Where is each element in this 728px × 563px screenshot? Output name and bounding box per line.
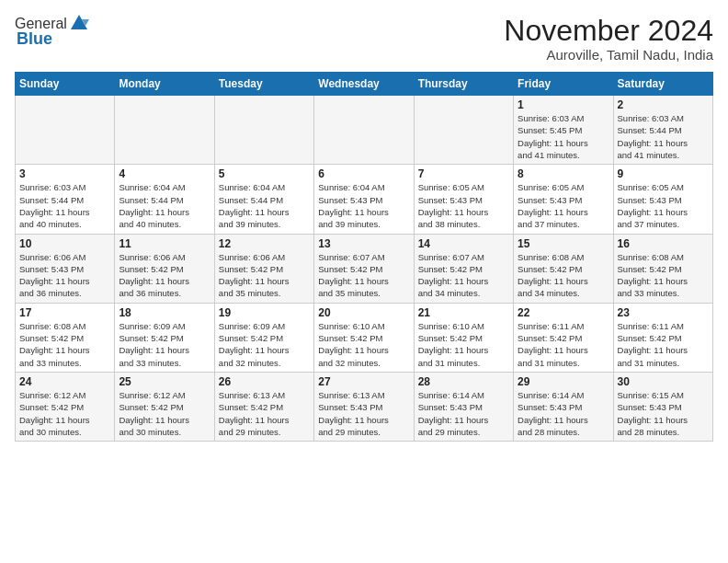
day-number: 1 [518, 98, 609, 111]
day-info: Sunrise: 6:08 AM Sunset: 5:42 PM Dayligh… [518, 251, 609, 300]
day-info: Sunrise: 6:14 AM Sunset: 5:43 PM Dayligh… [518, 389, 609, 438]
calendar-cell-w3-d2: 19Sunrise: 6:09 AM Sunset: 5:42 PM Dayli… [214, 303, 313, 372]
calendar-cell-w2-d2: 12Sunrise: 6:06 AM Sunset: 5:42 PM Dayli… [214, 234, 313, 303]
calendar-cell-w1-d5: 8Sunrise: 6:05 AM Sunset: 5:43 PM Daylig… [514, 165, 613, 234]
day-info: Sunrise: 6:06 AM Sunset: 5:42 PM Dayligh… [119, 251, 210, 300]
calendar-cell-w1-d2: 5Sunrise: 6:04 AM Sunset: 5:44 PM Daylig… [214, 165, 313, 234]
day-info: Sunrise: 6:09 AM Sunset: 5:42 PM Dayligh… [219, 320, 310, 369]
calendar-cell-w1-d0: 3Sunrise: 6:03 AM Sunset: 5:44 PM Daylig… [16, 165, 115, 234]
location-title: Auroville, Tamil Nadu, India [504, 47, 713, 63]
day-number: 12 [219, 237, 310, 250]
day-info: Sunrise: 6:04 AM Sunset: 5:44 PM Dayligh… [119, 181, 210, 230]
day-info: Sunrise: 6:08 AM Sunset: 5:42 PM Dayligh… [618, 251, 709, 300]
day-info: Sunrise: 6:11 AM Sunset: 5:42 PM Dayligh… [518, 320, 609, 369]
calendar-cell-w3-d3: 20Sunrise: 6:10 AM Sunset: 5:42 PM Dayli… [314, 303, 414, 372]
month-title: November 2024 [504, 15, 713, 47]
header-thursday: Thursday [414, 73, 513, 96]
calendar-cell-w1-d4: 7Sunrise: 6:05 AM Sunset: 5:43 PM Daylig… [414, 165, 513, 234]
calendar-cell-w4-d5: 29Sunrise: 6:14 AM Sunset: 5:43 PM Dayli… [514, 372, 613, 441]
day-number: 9 [618, 167, 709, 180]
day-number: 19 [219, 306, 310, 319]
day-info: Sunrise: 6:08 AM Sunset: 5:42 PM Dayligh… [19, 320, 110, 369]
day-number: 26 [219, 375, 310, 388]
calendar-cell-w3-d4: 21Sunrise: 6:10 AM Sunset: 5:42 PM Dayli… [414, 303, 513, 372]
header: General Blue November 2024 Auroville, Ta… [15, 15, 713, 63]
day-info: Sunrise: 6:12 AM Sunset: 5:42 PM Dayligh… [119, 389, 210, 438]
logo: General Blue [15, 15, 89, 49]
calendar-cell-w3-d0: 17Sunrise: 6:08 AM Sunset: 5:42 PM Dayli… [16, 303, 115, 372]
day-info: Sunrise: 6:03 AM Sunset: 5:44 PM Dayligh… [19, 181, 110, 230]
day-number: 13 [318, 237, 409, 250]
page: General Blue November 2024 Auroville, Ta… [0, 0, 728, 563]
calendar-cell-w3-d1: 18Sunrise: 6:09 AM Sunset: 5:42 PM Dayli… [115, 303, 214, 372]
day-info: Sunrise: 6:03 AM Sunset: 5:44 PM Dayligh… [618, 112, 709, 161]
day-number: 27 [318, 375, 409, 388]
calendar-cell-w0-d0 [16, 96, 115, 165]
day-number: 30 [618, 375, 709, 388]
day-info: Sunrise: 6:03 AM Sunset: 5:45 PM Dayligh… [518, 112, 609, 161]
day-info: Sunrise: 6:13 AM Sunset: 5:43 PM Dayligh… [318, 389, 409, 438]
day-info: Sunrise: 6:04 AM Sunset: 5:44 PM Dayligh… [219, 181, 310, 230]
day-info: Sunrise: 6:07 AM Sunset: 5:42 PM Dayligh… [418, 251, 509, 300]
header-saturday: Saturday [613, 73, 712, 96]
week-row-0: 1Sunrise: 6:03 AM Sunset: 5:45 PM Daylig… [16, 96, 713, 165]
calendar-cell-w2-d3: 13Sunrise: 6:07 AM Sunset: 5:42 PM Dayli… [314, 234, 414, 303]
day-info: Sunrise: 6:09 AM Sunset: 5:42 PM Dayligh… [119, 320, 210, 369]
calendar-cell-w4-d1: 25Sunrise: 6:12 AM Sunset: 5:42 PM Dayli… [115, 372, 214, 441]
day-info: Sunrise: 6:12 AM Sunset: 5:42 PM Dayligh… [19, 389, 110, 438]
calendar-cell-w0-d3 [314, 96, 414, 165]
calendar-cell-w1-d6: 9Sunrise: 6:05 AM Sunset: 5:43 PM Daylig… [613, 165, 712, 234]
day-number: 7 [418, 167, 509, 180]
day-info: Sunrise: 6:07 AM Sunset: 5:42 PM Dayligh… [318, 251, 409, 300]
logo-blue-text: Blue [17, 29, 52, 49]
day-number: 3 [19, 167, 110, 180]
calendar-cell-w2-d0: 10Sunrise: 6:06 AM Sunset: 5:43 PM Dayli… [16, 234, 115, 303]
day-info: Sunrise: 6:04 AM Sunset: 5:43 PM Dayligh… [318, 181, 409, 230]
day-number: 22 [518, 306, 609, 319]
calendar-cell-w4-d2: 26Sunrise: 6:13 AM Sunset: 5:42 PM Dayli… [214, 372, 313, 441]
day-number: 17 [19, 306, 110, 319]
day-info: Sunrise: 6:10 AM Sunset: 5:42 PM Dayligh… [418, 320, 509, 369]
weekday-header-row: Sunday Monday Tuesday Wednesday Thursday… [16, 73, 713, 96]
calendar-cell-w0-d1 [115, 96, 214, 165]
day-info: Sunrise: 6:05 AM Sunset: 5:43 PM Dayligh… [518, 181, 609, 230]
week-row-2: 10Sunrise: 6:06 AM Sunset: 5:43 PM Dayli… [16, 234, 713, 303]
day-number: 15 [518, 237, 609, 250]
day-info: Sunrise: 6:14 AM Sunset: 5:43 PM Dayligh… [418, 389, 509, 438]
day-number: 10 [19, 237, 110, 250]
title-block: November 2024 Auroville, Tamil Nadu, Ind… [504, 15, 713, 63]
calendar-cell-w4-d0: 24Sunrise: 6:12 AM Sunset: 5:42 PM Dayli… [16, 372, 115, 441]
calendar-cell-w3-d6: 23Sunrise: 6:11 AM Sunset: 5:42 PM Dayli… [613, 303, 712, 372]
calendar-cell-w2-d6: 16Sunrise: 6:08 AM Sunset: 5:42 PM Dayli… [613, 234, 712, 303]
week-row-4: 24Sunrise: 6:12 AM Sunset: 5:42 PM Dayli… [16, 372, 713, 441]
logo-icon [69, 13, 89, 33]
header-tuesday: Tuesday [214, 73, 313, 96]
day-number: 25 [119, 375, 210, 388]
calendar-cell-w4-d3: 27Sunrise: 6:13 AM Sunset: 5:43 PM Dayli… [314, 372, 414, 441]
week-row-1: 3Sunrise: 6:03 AM Sunset: 5:44 PM Daylig… [16, 165, 713, 234]
day-number: 11 [119, 237, 210, 250]
header-sunday: Sunday [16, 73, 115, 96]
calendar-cell-w4-d4: 28Sunrise: 6:14 AM Sunset: 5:43 PM Dayli… [414, 372, 513, 441]
calendar-cell-w0-d4 [414, 96, 513, 165]
week-row-3: 17Sunrise: 6:08 AM Sunset: 5:42 PM Dayli… [16, 303, 713, 372]
calendar-cell-w0-d5: 1Sunrise: 6:03 AM Sunset: 5:45 PM Daylig… [514, 96, 613, 165]
day-number: 28 [418, 375, 509, 388]
calendar-cell-w4-d6: 30Sunrise: 6:15 AM Sunset: 5:43 PM Dayli… [613, 372, 712, 441]
day-info: Sunrise: 6:15 AM Sunset: 5:43 PM Dayligh… [618, 389, 709, 438]
day-number: 6 [318, 167, 409, 180]
day-number: 18 [119, 306, 210, 319]
calendar-cell-w3-d5: 22Sunrise: 6:11 AM Sunset: 5:42 PM Dayli… [514, 303, 613, 372]
day-info: Sunrise: 6:06 AM Sunset: 5:43 PM Dayligh… [19, 251, 110, 300]
calendar-cell-w2-d4: 14Sunrise: 6:07 AM Sunset: 5:42 PM Dayli… [414, 234, 513, 303]
day-number: 29 [518, 375, 609, 388]
header-wednesday: Wednesday [314, 73, 414, 96]
day-info: Sunrise: 6:10 AM Sunset: 5:42 PM Dayligh… [318, 320, 409, 369]
calendar-cell-w0-d2 [214, 96, 313, 165]
calendar-cell-w1-d3: 6Sunrise: 6:04 AM Sunset: 5:43 PM Daylig… [314, 165, 414, 234]
day-number: 8 [518, 167, 609, 180]
day-number: 23 [618, 306, 709, 319]
day-info: Sunrise: 6:06 AM Sunset: 5:42 PM Dayligh… [219, 251, 310, 300]
calendar-cell-w0-d6: 2Sunrise: 6:03 AM Sunset: 5:44 PM Daylig… [613, 96, 712, 165]
day-number: 5 [219, 167, 310, 180]
